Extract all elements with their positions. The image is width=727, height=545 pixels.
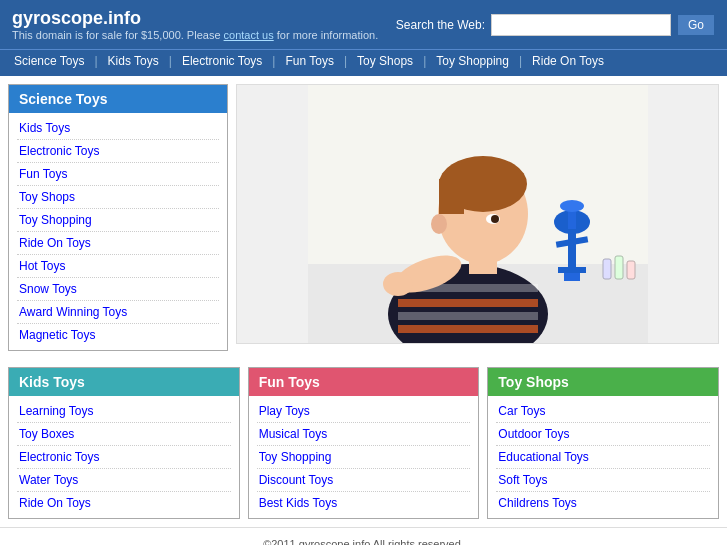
link-magnetic-toys[interactable]: Magnetic Toys: [17, 324, 219, 346]
link-toy-shopping[interactable]: Toy Shopping: [17, 209, 219, 232]
link-learning-toys[interactable]: Learning Toys: [17, 400, 231, 423]
search-label: Search the Web:: [396, 18, 485, 32]
svg-rect-6: [398, 325, 538, 333]
link-electronic-toys[interactable]: Electronic Toys: [17, 140, 219, 163]
svg-point-18: [560, 200, 584, 212]
link-outdoor-toys[interactable]: Outdoor Toys: [496, 423, 710, 446]
nav-electronic-toys[interactable]: Electronic Toys: [172, 50, 272, 72]
link-ride-on-toys[interactable]: Ride On Toys: [17, 232, 219, 255]
link-fun-toys[interactable]: Fun Toys: [17, 163, 219, 186]
tagline-text: This domain is for sale for $15,000. Ple…: [12, 29, 221, 41]
footer: ©2011 gyroscope.info All rights reserved…: [0, 527, 727, 545]
svg-rect-20: [603, 259, 611, 279]
svg-rect-15: [564, 273, 580, 281]
left-column: Science Toys Kids Toys Electronic Toys F…: [8, 84, 228, 359]
link-educational-toys[interactable]: Educational Toys: [496, 446, 710, 469]
svg-rect-9: [439, 179, 464, 214]
kids-section: Kids Toys Learning Toys Toy Boxes Electr…: [8, 367, 240, 519]
header-left: gyroscope.info This domain is for sale f…: [12, 8, 378, 41]
science-section-links: Kids Toys Electronic Toys Fun Toys Toy S…: [9, 113, 227, 350]
site-title: gyroscope.info: [12, 8, 378, 29]
link-kids-electronic-toys[interactable]: Electronic Toys: [17, 446, 231, 469]
link-car-toys[interactable]: Car Toys: [496, 400, 710, 423]
toy-image: [236, 84, 719, 344]
header-right: Search the Web: Go: [396, 14, 715, 36]
kids-section-header: Kids Toys: [9, 368, 239, 396]
search-input[interactable]: [491, 14, 671, 36]
fun-section-links: Play Toys Musical Toys Toy Shopping Disc…: [249, 396, 479, 518]
link-childrens-toys[interactable]: Childrens Toys: [496, 492, 710, 514]
svg-rect-14: [558, 267, 586, 273]
link-play-toys[interactable]: Play Toys: [257, 400, 471, 423]
toyshops-section: Toy Shops Car Toys Outdoor Toys Educatio…: [487, 367, 719, 519]
svg-point-12: [383, 272, 413, 296]
tagline-end: for more information.: [277, 29, 378, 41]
svg-rect-22: [627, 261, 635, 279]
link-snow-toys[interactable]: Snow Toys: [17, 278, 219, 301]
link-hot-toys[interactable]: Hot Toys: [17, 255, 219, 278]
search-button[interactable]: Go: [677, 14, 715, 36]
svg-point-25: [431, 214, 447, 234]
link-best-kids-toys[interactable]: Best Kids Toys: [257, 492, 471, 514]
link-discount-toys[interactable]: Discount Toys: [257, 469, 471, 492]
nav-toy-shops[interactable]: Toy Shops: [347, 50, 423, 72]
fun-section: Fun Toys Play Toys Musical Toys Toy Shop…: [248, 367, 480, 519]
nav-kids-toys[interactable]: Kids Toys: [98, 50, 169, 72]
link-kids-toys[interactable]: Kids Toys: [17, 117, 219, 140]
svg-rect-21: [615, 256, 623, 279]
nav-ride-on-toys[interactable]: Ride On Toys: [522, 50, 614, 72]
link-fun-toy-shopping[interactable]: Toy Shopping: [257, 446, 471, 469]
link-soft-toys[interactable]: Soft Toys: [496, 469, 710, 492]
link-water-toys[interactable]: Water Toys: [17, 469, 231, 492]
link-award-winning-toys[interactable]: Award Winning Toys: [17, 301, 219, 324]
tagline: This domain is for sale for $15,000. Ple…: [12, 29, 378, 41]
svg-rect-5: [398, 312, 538, 320]
navbar: Science Toys | Kids Toys | Electronic To…: [0, 49, 727, 76]
link-toy-shops[interactable]: Toy Shops: [17, 186, 219, 209]
link-toy-boxes[interactable]: Toy Boxes: [17, 423, 231, 446]
kids-section-links: Learning Toys Toy Boxes Electronic Toys …: [9, 396, 239, 518]
right-column: [236, 84, 719, 359]
main-content: Science Toys Kids Toys Electronic Toys F…: [0, 76, 727, 367]
link-kids-ride-on-toys[interactable]: Ride On Toys: [17, 492, 231, 514]
bottom-row: Kids Toys Learning Toys Toy Boxes Electr…: [0, 367, 727, 527]
science-section: Science Toys Kids Toys Electronic Toys F…: [8, 84, 228, 351]
toyshops-section-links: Car Toys Outdoor Toys Educational Toys S…: [488, 396, 718, 518]
fun-section-header: Fun Toys: [249, 368, 479, 396]
svg-point-24: [491, 215, 499, 223]
science-section-header: Science Toys: [9, 85, 227, 113]
svg-rect-10: [469, 254, 497, 274]
toyshops-section-header: Toy Shops: [488, 368, 718, 396]
nav-toy-shopping[interactable]: Toy Shopping: [426, 50, 519, 72]
svg-rect-4: [398, 299, 538, 307]
contact-link[interactable]: contact us: [224, 29, 274, 41]
footer-text: ©2011 gyroscope.info All rights reserved…: [263, 538, 464, 545]
link-musical-toys[interactable]: Musical Toys: [257, 423, 471, 446]
nav-science-toys[interactable]: Science Toys: [4, 50, 94, 72]
nav-fun-toys[interactable]: Fun Toys: [275, 50, 343, 72]
